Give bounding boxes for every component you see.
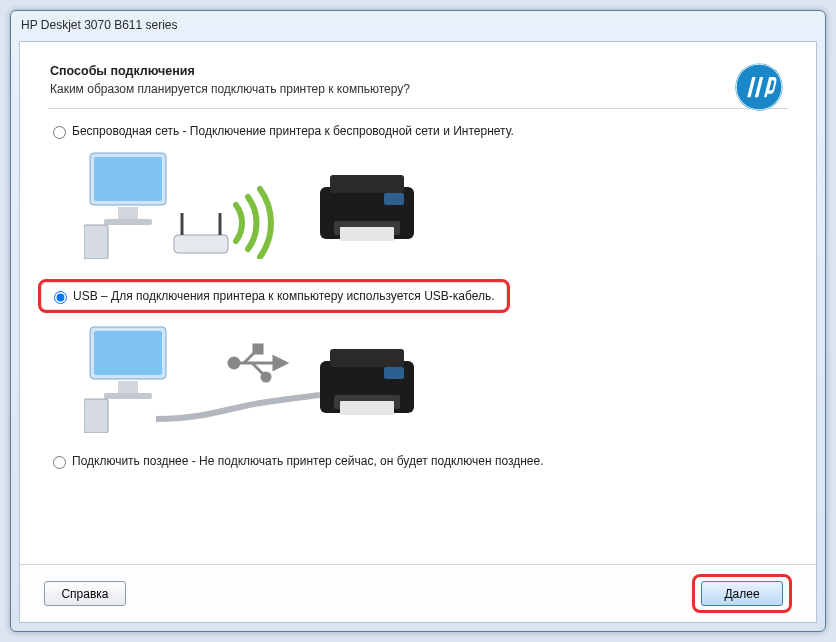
hp-logo xyxy=(732,60,786,114)
highlight-next: Далее xyxy=(692,574,792,613)
radio-usb[interactable] xyxy=(54,291,67,304)
svg-rect-7 xyxy=(174,235,228,253)
option-later[interactable]: Подключить позднее - Не подключать принт… xyxy=(48,451,788,471)
option-usb[interactable]: USB – Для подключения принтера к компьют… xyxy=(48,277,788,315)
svg-point-25 xyxy=(262,373,270,381)
options-area: Беспроводная сеть - Подключение принтера… xyxy=(20,109,816,471)
svg-rect-19 xyxy=(84,399,108,433)
page-title: Способы подключения xyxy=(50,64,786,78)
next-button[interactable]: Далее xyxy=(701,581,783,606)
installer-window: HP Deskjet 3070 B611 series Способы подк… xyxy=(10,10,826,632)
svg-rect-14 xyxy=(384,193,404,205)
svg-rect-16 xyxy=(94,331,162,375)
window-title: HP Deskjet 3070 B611 series xyxy=(21,18,178,32)
illustration-usb xyxy=(84,323,788,433)
svg-rect-6 xyxy=(84,225,108,259)
svg-marker-26 xyxy=(274,357,286,369)
svg-rect-17 xyxy=(118,381,138,393)
svg-rect-4 xyxy=(118,207,138,219)
page-subtitle: Каким образом планируется подключать при… xyxy=(50,82,786,96)
footer: Справка Далее xyxy=(20,564,816,622)
svg-rect-11 xyxy=(330,175,404,193)
svg-rect-31 xyxy=(384,367,404,379)
highlight-usb: USB – Для подключения принтера к компьют… xyxy=(38,279,510,313)
svg-rect-3 xyxy=(94,157,162,201)
help-button[interactable]: Справка xyxy=(44,581,126,606)
radio-wireless[interactable] xyxy=(53,126,66,139)
option-later-label: Подключить позднее - Не подключать принт… xyxy=(72,454,544,468)
option-wireless-label: Беспроводная сеть - Подключение принтера… xyxy=(72,124,514,138)
svg-rect-23 xyxy=(254,345,262,353)
titlebar: HP Deskjet 3070 B611 series xyxy=(11,11,825,39)
option-usb-label: USB – Для подключения принтера к компьют… xyxy=(73,289,495,303)
radio-later[interactable] xyxy=(53,456,66,469)
header-area: Способы подключения Каким образом планир… xyxy=(20,42,816,108)
svg-rect-5 xyxy=(104,219,152,225)
illustration-wireless xyxy=(84,149,788,259)
svg-rect-30 xyxy=(340,401,394,415)
client-area: Способы подключения Каким образом планир… xyxy=(19,41,817,623)
svg-rect-28 xyxy=(330,349,404,367)
option-wireless[interactable]: Беспроводная сеть - Подключение принтера… xyxy=(48,121,788,141)
svg-rect-18 xyxy=(104,393,152,399)
svg-rect-13 xyxy=(340,227,394,241)
